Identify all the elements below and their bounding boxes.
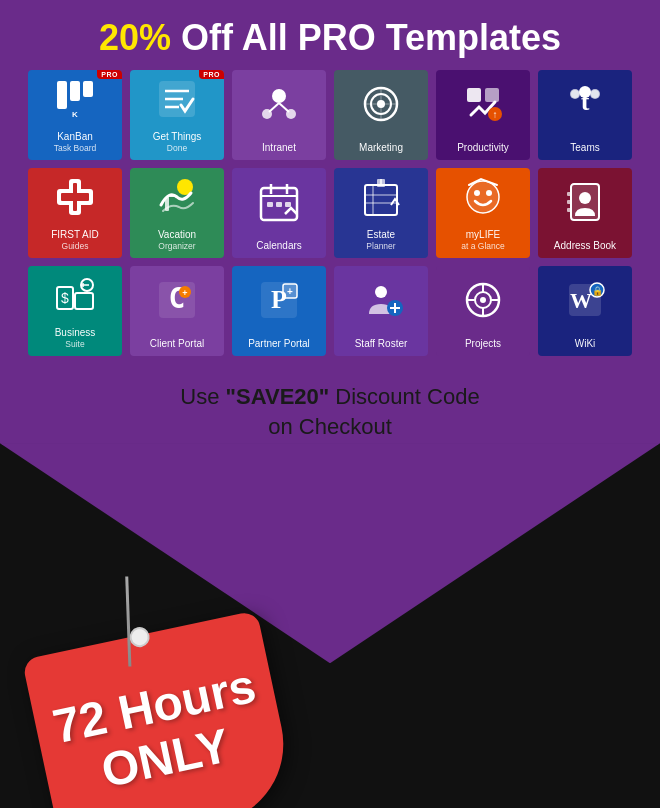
business-icon: $ xyxy=(28,266,122,324)
teams-icon: t xyxy=(538,70,632,138)
calendars-icon xyxy=(232,168,326,236)
estate-icon xyxy=(334,168,428,226)
tag-text: 72 Hours ONLY xyxy=(49,660,272,806)
svg-text:+: + xyxy=(182,288,187,298)
svg-line-12 xyxy=(279,103,289,112)
tile-staffroster[interactable]: Staff Roster xyxy=(334,266,428,356)
svg-text:K: K xyxy=(72,110,78,119)
firstaid-icon xyxy=(28,168,122,226)
svg-point-27 xyxy=(571,90,579,98)
staffroster-icon xyxy=(334,266,428,334)
intranet-label: Intranet xyxy=(258,142,300,154)
v-shape xyxy=(0,443,660,663)
tile-intranet[interactable]: Intranet xyxy=(232,70,326,160)
discount-code: "SAVE20" xyxy=(226,384,330,409)
tile-clientportal[interactable]: C + Client Portal xyxy=(130,266,224,356)
tile-calendars[interactable]: Calendars xyxy=(232,168,326,258)
mylife-label: myLIFEat a Glance xyxy=(457,229,508,251)
wiki-icon: W 🔒 xyxy=(538,266,632,334)
discount-text: Use "SAVE20" Discount Codeon Checkout xyxy=(20,382,640,444)
productivity-label: Productivity xyxy=(453,142,513,154)
tile-kanban[interactable]: PRO K KanBanTask Board xyxy=(28,70,122,160)
svg-point-25 xyxy=(579,86,591,98)
svg-rect-41 xyxy=(365,185,397,215)
marketing-label: Marketing xyxy=(355,142,407,154)
svg-rect-52 xyxy=(567,192,572,196)
header-title-text: Off All PRO Templates xyxy=(181,17,561,58)
staffroster-label: Staff Roster xyxy=(351,338,412,350)
firstaid-label: FIRST AIDGuides xyxy=(47,229,103,251)
tile-estate[interactable]: EstatePlanner xyxy=(334,168,428,258)
tile-partnerportal[interactable]: P + Partner Portal xyxy=(232,266,326,356)
svg-point-49 xyxy=(486,190,492,196)
tile-productivity[interactable]: ↑ Productivity xyxy=(436,70,530,160)
svg-rect-0 xyxy=(57,81,67,109)
svg-rect-38 xyxy=(267,202,273,207)
projects-label: Projects xyxy=(461,338,505,350)
intranet-icon xyxy=(232,70,326,138)
mylife-icon xyxy=(436,168,530,226)
wiki-label: WiKi xyxy=(571,338,600,350)
svg-rect-31 xyxy=(73,183,77,211)
tile-wiki[interactable]: W 🔒 WiKi xyxy=(538,266,632,356)
teams-label: Teams xyxy=(566,142,603,154)
svg-rect-33 xyxy=(165,197,169,211)
svg-text:$: $ xyxy=(61,290,69,306)
addressbook-icon xyxy=(538,168,632,236)
svg-text:🔒: 🔒 xyxy=(592,285,604,297)
pro-badge-kanban: PRO xyxy=(97,70,122,79)
productivity-icon: ↑ xyxy=(436,70,530,138)
svg-point-8 xyxy=(272,89,286,103)
svg-text:↑: ↑ xyxy=(493,109,498,120)
svg-rect-2 xyxy=(83,81,93,97)
calendars-label: Calendars xyxy=(252,240,306,252)
header-title: 20% Off All PRO Templates xyxy=(20,18,640,58)
svg-rect-1 xyxy=(70,81,80,101)
svg-rect-56 xyxy=(75,293,93,309)
tile-projects[interactable]: Projects xyxy=(436,266,530,356)
tile-marketing[interactable]: Marketing xyxy=(334,70,428,160)
business-label: BusinessSuite xyxy=(51,327,100,349)
pro-badge-getthings: PRO xyxy=(199,70,224,79)
bottom-area: 72 Hours ONLY xyxy=(0,443,660,808)
svg-text:+: + xyxy=(287,286,293,297)
tile-getthings[interactable]: PRO Get ThingsDone xyxy=(130,70,224,160)
addressbook-label: Address Book xyxy=(550,240,620,252)
svg-rect-18 xyxy=(467,88,481,102)
tile-vacation[interactable]: VacationOrganizer xyxy=(130,168,224,258)
getthings-label: Get ThingsDone xyxy=(149,131,206,153)
vacation-icon xyxy=(130,168,224,226)
tag-body: 72 Hours ONLY xyxy=(22,610,298,808)
tiles-grid: PRO K KanBanTask Board PRO xyxy=(28,70,632,356)
svg-point-48 xyxy=(474,190,480,196)
kanban-label: KanBanTask Board xyxy=(50,131,101,153)
tile-addressbook[interactable]: Address Book xyxy=(538,168,632,258)
tile-firstaid[interactable]: FIRST AIDGuides xyxy=(28,168,122,258)
svg-point-79 xyxy=(480,297,486,303)
svg-point-26 xyxy=(591,90,599,98)
svg-point-69 xyxy=(375,286,387,298)
svg-point-47 xyxy=(467,181,499,213)
tiles-grid-section: PRO K KanBanTask Board PRO xyxy=(0,70,660,366)
partnerportal-label: Partner Portal xyxy=(244,338,314,350)
estate-label: EstatePlanner xyxy=(362,229,399,251)
discount-highlight: 20% xyxy=(99,17,171,58)
tile-mylife[interactable]: myLIFEat a Glance xyxy=(436,168,530,258)
clientportal-label: Client Portal xyxy=(146,338,208,350)
svg-rect-54 xyxy=(567,208,572,212)
svg-rect-19 xyxy=(485,88,499,102)
vacation-label: VacationOrganizer xyxy=(154,229,200,251)
marketing-icon xyxy=(334,70,428,138)
svg-point-51 xyxy=(579,192,591,204)
svg-rect-53 xyxy=(567,200,572,204)
discount-section: Use "SAVE20" Discount Codeon Checkout xyxy=(0,366,660,444)
clientportal-icon: C + xyxy=(130,266,224,334)
svg-text:W: W xyxy=(570,288,592,313)
svg-line-11 xyxy=(269,103,279,112)
tile-teams[interactable]: t Teams xyxy=(538,70,632,160)
projects-icon xyxy=(436,266,530,334)
price-tag-wrapper: 72 Hours ONLY xyxy=(22,610,298,808)
svg-rect-40 xyxy=(285,202,291,207)
header-section: 20% Off All PRO Templates xyxy=(0,0,660,70)
tile-business[interactable]: $ BusinessSuite xyxy=(28,266,122,356)
